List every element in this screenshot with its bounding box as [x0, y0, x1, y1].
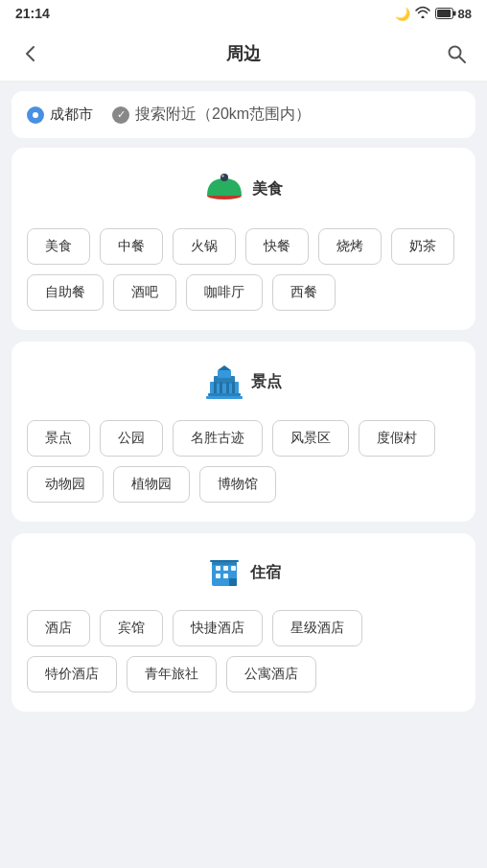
location-bar: 成都市 ✓ 搜索附近（20km范围内）: [12, 91, 475, 138]
svg-rect-11: [214, 382, 217, 395]
page-title: 周边: [46, 42, 441, 65]
svg-rect-23: [223, 574, 228, 578]
tag-宾馆[interactable]: 宾馆: [100, 610, 163, 646]
tag-快捷酒店[interactable]: 快捷酒店: [173, 610, 263, 646]
section-scenery: 景点景点公园名胜古迹风景区度假村动物园植物园博物馆: [12, 341, 475, 522]
svg-rect-24: [229, 578, 237, 586]
tag-风景区[interactable]: 风景区: [272, 420, 349, 457]
tag-火锅[interactable]: 火锅: [173, 228, 236, 265]
check-icon: ✓: [112, 106, 129, 124]
tag-自助餐[interactable]: 自助餐: [27, 274, 104, 311]
svg-line-4: [459, 57, 465, 62]
food-section-icon: [204, 167, 244, 211]
svg-rect-10: [218, 370, 231, 378]
city-location[interactable]: 成都市: [27, 106, 93, 124]
tag-名胜古迹[interactable]: 名胜古迹: [173, 420, 263, 457]
moon-icon: 🌙: [395, 7, 410, 21]
svg-rect-22: [216, 574, 220, 578]
svg-rect-25: [212, 562, 237, 565]
svg-marker-17: [218, 365, 231, 370]
section-scenery-title: 景点: [251, 372, 282, 392]
svg-rect-2: [453, 12, 456, 16]
tag-快餐[interactable]: 快餐: [245, 228, 309, 265]
tag-公园[interactable]: 公园: [100, 420, 163, 457]
tag-星级酒店[interactable]: 星级酒店: [272, 610, 362, 646]
section-food-tags: 美食中餐火锅快餐烧烤奶茶自助餐酒吧咖啡厅西餐: [27, 228, 460, 311]
city-name: 成都市: [50, 106, 93, 124]
svg-rect-15: [208, 393, 241, 396]
back-button[interactable]: [15, 38, 46, 69]
svg-point-7: [221, 175, 223, 176]
landmark-section-icon: [205, 361, 244, 403]
tag-酒吧[interactable]: 酒吧: [113, 274, 176, 311]
section-accommodation-title: 住宿: [250, 563, 281, 583]
search-button[interactable]: [441, 38, 472, 69]
section-accommodation-header: 住宿: [27, 552, 460, 593]
svg-rect-26: [210, 560, 239, 562]
sections-container: 美食美食中餐火锅快餐烧烤奶茶自助餐酒吧咖啡厅西餐 景点景点公园名胜古迹风景区度假…: [0, 148, 487, 712]
tag-咖啡厅[interactable]: 咖啡厅: [186, 274, 263, 311]
svg-rect-20: [223, 566, 228, 571]
tag-奶茶[interactable]: 奶茶: [391, 228, 454, 265]
section-scenery-tags: 景点公园名胜古迹风景区度假村动物园植物园博物馆: [27, 420, 460, 503]
section-food-header: 美食: [27, 167, 460, 211]
tag-中餐[interactable]: 中餐: [100, 228, 163, 265]
tag-博物馆[interactable]: 博物馆: [199, 466, 276, 503]
svg-rect-13: [226, 382, 229, 395]
tag-公寓酒店[interactable]: 公寓酒店: [226, 656, 316, 692]
battery-level: 88: [458, 7, 472, 21]
svg-rect-14: [232, 382, 235, 395]
tag-美食[interactable]: 美食: [27, 228, 90, 265]
tag-西餐[interactable]: 西餐: [272, 274, 336, 311]
status-bar: 21:14 🌙 88: [0, 0, 487, 27]
tag-酒店[interactable]: 酒店: [27, 610, 90, 646]
battery-icon: 88: [435, 7, 472, 21]
wifi-icon: [415, 6, 430, 21]
tag-烧烤[interactable]: 烧烤: [318, 228, 382, 265]
hotel-section-icon: [206, 552, 243, 593]
svg-rect-19: [216, 566, 220, 571]
tag-青年旅社[interactable]: 青年旅社: [127, 656, 217, 692]
svg-rect-16: [206, 396, 243, 399]
svg-point-6: [220, 174, 228, 181]
svg-rect-21: [231, 566, 236, 571]
section-food: 美食美食中餐火锅快餐烧烤奶茶自助餐酒吧咖啡厅西餐: [12, 148, 475, 330]
section-accommodation: 住宿酒店宾馆快捷酒店星级酒店特价酒店青年旅社公寓酒店: [12, 533, 475, 712]
section-accommodation-tags: 酒店宾馆快捷酒店星级酒店特价酒店青年旅社公寓酒店: [27, 610, 460, 692]
svg-rect-12: [220, 382, 222, 395]
tag-植物园[interactable]: 植物园: [113, 466, 190, 503]
search-nearby[interactable]: ✓ 搜索附近（20km范围内）: [112, 105, 311, 125]
status-time: 21:14: [15, 6, 50, 21]
section-food-title: 美食: [252, 179, 283, 199]
search-range-text: 搜索附近（20km范围内）: [135, 105, 311, 125]
tag-景点[interactable]: 景点: [27, 420, 90, 457]
status-icons: 🌙 88: [395, 6, 472, 21]
tag-度假村[interactable]: 度假村: [359, 420, 435, 457]
svg-rect-1: [437, 10, 451, 17]
tag-动物园[interactable]: 动物园: [27, 466, 104, 503]
section-scenery-header: 景点: [27, 361, 460, 403]
tag-特价酒店[interactable]: 特价酒店: [27, 656, 117, 692]
header: 周边: [0, 27, 487, 82]
location-dot-icon: [27, 106, 44, 124]
